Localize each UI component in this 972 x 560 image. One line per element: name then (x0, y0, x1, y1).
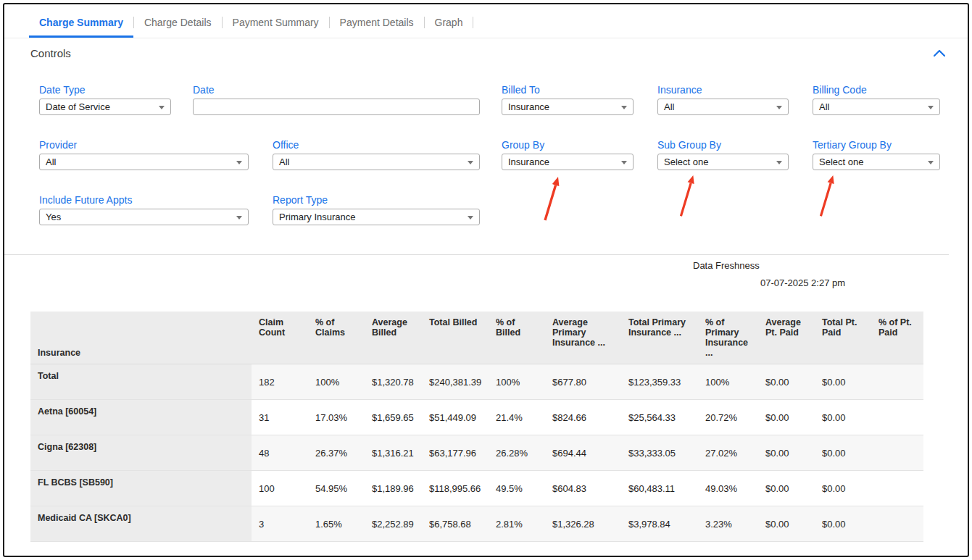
group-by-value: Insurance (508, 156, 549, 167)
data-freshness-timestamp: 07-07-2025 2:27 pm (760, 277, 845, 288)
annotation-arrow-group-by-icon (538, 175, 562, 223)
tab-payment-details[interactable]: Payment Details (330, 9, 424, 38)
provider-select[interactable]: All (39, 154, 249, 170)
chevron-down-icon (236, 216, 242, 220)
table-cell (871, 364, 923, 400)
tab-graph[interactable]: Graph (425, 9, 473, 38)
date-label: Date (193, 84, 215, 96)
table-cell: $1,189.96 (365, 471, 422, 506)
date-type-select[interactable]: Date of Service (39, 99, 171, 115)
insurance-select[interactable]: All (657, 99, 789, 115)
include-future-appts-value: Yes (46, 212, 61, 222)
chevron-up-icon[interactable] (933, 48, 946, 58)
table-cell: 26.28% (489, 435, 545, 471)
table-cell: 3 (252, 506, 308, 542)
table-cell: $6,758.68 (422, 506, 489, 542)
table-row: Aetna [60054]3117.03%$1,659.65$51,449.09… (30, 400, 923, 435)
table-cell: 49.03% (698, 471, 758, 506)
table-cell: 100% (489, 364, 545, 400)
insurance-label: Insurance (657, 84, 702, 96)
charge-summary-table-container: InsuranceClaim Count% of ClaimsAverage B… (30, 312, 923, 542)
chevron-down-icon (928, 106, 934, 109)
table-cell: $0.00 (758, 400, 815, 435)
column-header: % of Pt. Paid (871, 312, 923, 364)
table-cell (871, 506, 923, 542)
sub-group-by-select[interactable]: Select one (657, 154, 789, 170)
table-cell: $2,252.89 (365, 506, 422, 542)
summary-table: InsuranceClaim Count% of ClaimsAverage B… (30, 312, 923, 542)
chevron-down-icon (236, 161, 242, 164)
table-cell: $1,326.28 (545, 506, 621, 542)
table-cell: $1,659.65 (365, 400, 422, 435)
tab-charge-details[interactable]: Charge Details (134, 9, 222, 38)
chevron-down-icon (776, 106, 782, 109)
data-freshness-label: Data Freshness (693, 260, 760, 271)
chevron-down-icon (621, 161, 627, 164)
report-type-select[interactable]: Primary Insurance (273, 209, 480, 225)
date-type-label: Date Type (39, 84, 86, 96)
table-cell: 17.03% (308, 400, 365, 435)
report-page: Charge Summary Charge Details Payment Su… (3, 3, 969, 557)
tertiary-group-by-value: Select one (819, 156, 863, 167)
table-cell: $25,564.33 (621, 400, 698, 435)
table-cell: $0.00 (815, 400, 871, 435)
chevron-down-icon (928, 161, 934, 164)
table-header: InsuranceClaim Count% of ClaimsAverage B… (30, 312, 923, 364)
include-future-appts-select[interactable]: Yes (39, 209, 249, 225)
table-cell: $0.00 (815, 364, 871, 400)
table-cell: 54.95% (308, 471, 365, 506)
section-divider (4, 254, 949, 255)
table-row: Cigna [62308]4826.37%$1,316.21$63,177.96… (30, 435, 923, 471)
table-cell: $123,359.33 (621, 364, 698, 400)
column-header: % of Billed (489, 312, 545, 364)
table-cell: $3,978.84 (621, 506, 698, 542)
table-cell: 20.72% (698, 400, 758, 435)
chevron-down-icon (776, 161, 782, 164)
billing-code-select[interactable]: All (813, 99, 940, 115)
billing-code-value: All (819, 101, 829, 112)
table-cell: 100% (308, 364, 365, 400)
table-cell: 21.4% (489, 400, 545, 435)
table-cell: $1,320.78 (365, 364, 422, 400)
table-cell: $0.00 (758, 506, 815, 542)
billed-to-select[interactable]: Insurance (502, 99, 634, 115)
row-label: FL BCBS [SB590] (30, 471, 252, 506)
table-cell: $240,381.39 (422, 364, 489, 400)
group-by-select[interactable]: Insurance (502, 154, 634, 170)
table-cell: $694.44 (545, 435, 621, 471)
chevron-down-icon (468, 161, 473, 164)
table-cell: $0.00 (815, 471, 871, 506)
billed-to-value: Insurance (508, 101, 549, 112)
tertiary-group-by-label: Tertiary Group By (813, 139, 892, 151)
row-label: Aetna [60054] (30, 400, 252, 435)
table-cell (871, 471, 923, 506)
column-header: Total Billed (422, 312, 489, 364)
table-cell: 31 (252, 400, 308, 435)
row-label: Total (30, 364, 252, 400)
table-cell: $824.66 (545, 400, 621, 435)
table-row: Medicaid CA [SKCA0]31.65%$2,252.89$6,758… (30, 506, 923, 542)
tab-separator (473, 17, 473, 28)
table-cell: 26.37% (308, 435, 365, 471)
column-header: % of Primary Insurance ... (698, 312, 758, 364)
office-label: Office (273, 139, 299, 151)
table-cell (871, 435, 923, 471)
tab-bar: Charge Summary Charge Details Payment Su… (4, 4, 968, 38)
office-value: All (279, 156, 289, 167)
tertiary-group-by-select[interactable]: Select one (813, 154, 940, 170)
column-header: % of Claims (308, 312, 365, 364)
tab-charge-summary[interactable]: Charge Summary (29, 9, 133, 38)
table-cell: $33,333.05 (621, 435, 698, 471)
table-cell: 182 (252, 364, 308, 400)
insurance-value: All (664, 101, 674, 112)
row-label: Medicaid CA [SKCA0] (30, 506, 252, 542)
date-input[interactable] (193, 99, 480, 115)
sub-group-by-value: Select one (664, 156, 708, 167)
table-body: Total182100%$1,320.78$240,381.39100%$677… (30, 364, 923, 542)
office-select[interactable]: All (273, 154, 480, 170)
tab-payment-summary[interactable]: Payment Summary (223, 9, 329, 38)
table-cell: $51,449.09 (422, 400, 489, 435)
table-row: FL BCBS [SB590]10054.95%$1,189.96$118,99… (30, 471, 923, 506)
include-future-appts-label: Include Future Appts (39, 194, 132, 206)
table-cell: $0.00 (815, 435, 871, 471)
